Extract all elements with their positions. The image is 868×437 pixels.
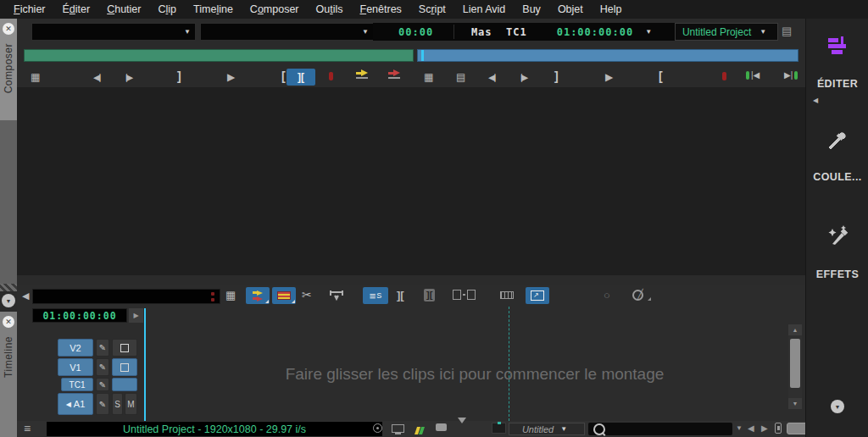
monitor-button-tc1[interactable] [112, 378, 137, 391]
trim-mode-button[interactable] [329, 289, 344, 302]
menu-item-script[interactable]: Script [410, 0, 454, 19]
menu-icon[interactable]: ≡ [24, 422, 31, 435]
step-forward-button[interactable]: |▶ [520, 69, 526, 86]
timecode-menu-arrow-icon[interactable]: ▼ [645, 28, 656, 36]
go-to-out-button[interactable]: ▶| [784, 70, 798, 80]
timecode-track-label[interactable]: Mas TC1 [471, 26, 527, 38]
sidebar-item-editer[interactable]: ÉDITER [806, 78, 868, 90]
menu-item-lien-avid[interactable]: Lien Avid [454, 0, 515, 19]
menu-item-fichier[interactable]: Fichier [5, 0, 54, 19]
step-backward-button[interactable]: ◀| [488, 69, 494, 86]
mark-out-button[interactable]: ] [177, 68, 181, 85]
close-icon[interactable]: ✕ [3, 23, 14, 35]
bin-selector[interactable]: Untitled ▼ [509, 423, 585, 435]
match-frame-icon[interactable] [453, 290, 476, 300]
bin-fast-menu-icon[interactable]: ▦ [31, 69, 40, 86]
record-playhead[interactable] [421, 50, 424, 61]
pencil-icon[interactable]: ✎ [96, 358, 109, 376]
film-icon[interactable]: ▤ [782, 25, 792, 37]
mark-clip-button[interactable]: ][ [287, 69, 315, 86]
solo-button-a1[interactable]: S [112, 393, 123, 415]
pencil-icon[interactable]: ✎ [96, 378, 109, 391]
edit-workspace-icon[interactable] [806, 36, 868, 57]
no-effect-icon[interactable]: ╱ [632, 290, 643, 301]
sidebar-item-effets[interactable]: EFFETS [806, 268, 868, 280]
play-button[interactable]: ▶ [605, 69, 613, 86]
clip-gain-icon[interactable]: ▤ [456, 69, 465, 86]
timeline-timecode-box[interactable]: 01:00:00:00 [32, 308, 127, 323]
record-indicator-icon[interactable] [373, 423, 382, 433]
tooltip-icon[interactable] [436, 423, 447, 431]
focus-button[interactable]: ↗ [526, 287, 549, 304]
menu-item-clip[interactable]: Clip [150, 0, 186, 19]
project-selector[interactable]: Untitled Project ▼ [675, 23, 778, 41]
composer-panel-tab[interactable]: ✕ Composer [0, 19, 17, 120]
step-forward-button[interactable]: |▶ [125, 69, 131, 86]
track-button-tc1[interactable]: TC1 [61, 378, 93, 391]
search-input[interactable] [588, 423, 732, 435]
menu-item-chutier[interactable]: Chutier [98, 0, 149, 19]
download-arrow-icon[interactable] [458, 423, 466, 437]
menu-item-fenetres[interactable]: Fenêtres [352, 0, 410, 19]
eyedropper-icon[interactable] [806, 127, 868, 151]
timecode-entry-box[interactable] [32, 289, 220, 304]
go-to-in-button[interactable]: |◀ [746, 70, 760, 80]
monitor-button-v1[interactable] [112, 358, 137, 376]
timeline-playhead[interactable] [509, 307, 509, 421]
menu-item-timeline[interactable]: Timeline [185, 0, 242, 19]
scroll-up-button[interactable]: ▲ [788, 324, 802, 335]
mark-clip-boxed-icon[interactable]: ][ [424, 289, 435, 301]
step-backward-button[interactable]: ◀| [93, 69, 99, 86]
panel-divider-hatch[interactable] [0, 284, 17, 291]
overwrite-button[interactable] [388, 69, 400, 79]
mark-in-button[interactable]: [ [659, 68, 663, 85]
close-icon[interactable]: ✕ [3, 316, 14, 328]
splice-in-button[interactable] [356, 69, 368, 79]
source-position-bar[interactable] [24, 49, 414, 62]
pencil-icon[interactable]: ✎ [96, 339, 109, 357]
track-button-a1[interactable]: ◀ A1 [58, 393, 93, 415]
splice-brackets-icon[interactable]: ][ [397, 287, 404, 304]
vertical-scrollbar-thumb[interactable] [790, 339, 800, 388]
mute-button-a1[interactable]: M [125, 393, 137, 415]
segment-overwrite-button[interactable] [272, 287, 296, 304]
timeline-panel-tab[interactable]: ✕ Timeline [0, 312, 17, 437]
timeline-view-menu-button[interactable]: ≡S [363, 287, 388, 304]
menu-item-buy[interactable]: Buy [514, 0, 549, 19]
mark-out-button[interactable]: ] [554, 68, 559, 85]
source-clip-menu[interactable]: ▼ [31, 23, 196, 41]
record-clip-menu[interactable]: ▼ [200, 23, 374, 41]
menu-item-composer[interactable]: Composer [242, 0, 308, 19]
flyout-corner-icon[interactable] [648, 297, 651, 301]
record-position-bar[interactable] [417, 49, 798, 62]
scissors-icon[interactable]: ✂ [302, 286, 312, 303]
video-quality-grid-icon[interactable]: ▦ [225, 287, 236, 304]
menu-item-help[interactable]: Help [592, 0, 631, 19]
track-button-v2[interactable]: V2 [58, 339, 93, 357]
collapse-icon[interactable]: ◀ [813, 97, 818, 104]
timeline-play-button[interactable]: ▶ [129, 308, 143, 323]
circle-tool-icon[interactable]: ○ [604, 287, 610, 304]
mark-in-button[interactable]: [ [281, 68, 286, 85]
add-marker-icon[interactable] [329, 72, 333, 80]
upload-arrow-icon[interactable] [476, 423, 485, 437]
magic-wand-icon[interactable] [806, 222, 868, 246]
segment-mode-button[interactable] [246, 287, 270, 304]
media-status-icon[interactable] [414, 423, 426, 437]
timeline-fast-menu-icon[interactable]: ▦ [424, 69, 433, 86]
zoom-slider-icon[interactable] [775, 423, 782, 434]
vertical-scrollbar-track[interactable] [788, 335, 802, 398]
scroll-left-icon[interactable]: ◀ [748, 423, 754, 433]
play-button[interactable]: ▶ [227, 69, 235, 86]
rail-collapse-button[interactable]: ▼ [2, 294, 15, 307]
menu-item-editer[interactable]: Éditer [54, 0, 99, 19]
track-button-v1[interactable]: V1 [58, 358, 93, 376]
menu-item-outils[interactable]: Outils [308, 0, 352, 19]
scroll-right-icon[interactable]: ▶ [761, 423, 768, 433]
monitor-button-v2[interactable] [112, 339, 137, 357]
menu-item-objet[interactable]: Objet [549, 0, 592, 19]
dropdown-arrow-icon[interactable]: ▼ [736, 424, 743, 432]
ruler-small-icon[interactable] [500, 291, 514, 299]
monitor-icon[interactable] [392, 424, 404, 433]
speaker-icon[interactable]: ◀ [22, 287, 29, 304]
